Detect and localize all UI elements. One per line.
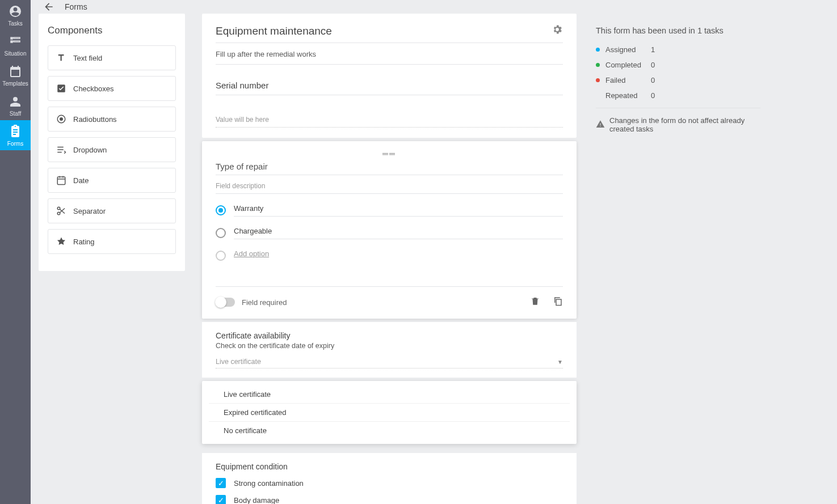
dropdown-option[interactable]: Expired certificated bbox=[209, 404, 570, 422]
cert-subtitle[interactable]: Check on the certificate date of expiry bbox=[216, 342, 563, 350]
nav-label: Tasks bbox=[8, 20, 23, 27]
component-label: Checkboxes bbox=[73, 84, 114, 93]
field-description-input[interactable]: Field description bbox=[216, 182, 563, 194]
back-button[interactable] bbox=[42, 0, 56, 14]
status-label: Repeated bbox=[605, 91, 645, 100]
checkbox-icon bbox=[56, 83, 66, 94]
nav-forms[interactable]: Forms bbox=[0, 120, 31, 150]
nav-label: Forms bbox=[7, 141, 23, 147]
nav-situation[interactable]: Situation bbox=[0, 30, 31, 60]
form-subtitle[interactable]: Fill up after the remedial works bbox=[216, 50, 563, 65]
component-separator[interactable]: Separator bbox=[48, 198, 176, 223]
checkbox-label[interactable]: Strong contamination bbox=[234, 479, 304, 488]
calendar-icon bbox=[9, 65, 22, 78]
page-title: Forms bbox=[65, 2, 87, 11]
component-date[interactable]: Date bbox=[48, 168, 176, 193]
caret-down-icon: ▼ bbox=[557, 359, 563, 365]
svg-point-4 bbox=[57, 207, 60, 210]
radio-option-label[interactable]: Chargeable bbox=[234, 227, 563, 239]
component-rating[interactable]: Rating bbox=[48, 229, 176, 254]
arrow-left-icon bbox=[43, 1, 54, 12]
components-heading: Components bbox=[48, 25, 176, 36]
status-dot-icon bbox=[596, 48, 600, 52]
nav-staff[interactable]: Staff bbox=[0, 90, 31, 120]
user-circle-icon bbox=[9, 5, 22, 18]
status-value: 0 bbox=[651, 91, 655, 100]
radio-icon bbox=[56, 114, 66, 124]
info-sidebar: This form has been used in 1 tasks Assig… bbox=[577, 14, 769, 504]
checkbox-label[interactable]: Body damage bbox=[234, 496, 279, 505]
add-option-button[interactable]: Add option bbox=[234, 249, 563, 261]
dropdown-icon bbox=[56, 145, 66, 155]
status-dot-icon bbox=[596, 63, 600, 67]
checkbox-checked[interactable]: ✓ bbox=[216, 478, 226, 488]
status-dot-icon bbox=[596, 94, 600, 98]
nav-templates[interactable]: Templates bbox=[0, 60, 31, 90]
radio-placeholder-icon bbox=[216, 251, 226, 261]
component-label: Separator bbox=[73, 207, 106, 215]
duplicate-field-button[interactable] bbox=[553, 296, 563, 308]
components-panel: Components Text field Checkboxes Radiobu… bbox=[39, 14, 185, 271]
warning-text: Changes in the form do not affect alread… bbox=[609, 116, 760, 133]
nav-tasks[interactable]: Tasks bbox=[0, 0, 31, 30]
status-dot-icon bbox=[596, 78, 600, 82]
component-label: Date bbox=[73, 176, 89, 185]
side-navigation: Tasks Situation Templates Staff Forms bbox=[0, 0, 31, 504]
status-value: 0 bbox=[651, 76, 655, 84]
equip-title[interactable]: Equipment condition bbox=[216, 462, 563, 471]
status-value: 0 bbox=[651, 61, 655, 69]
form-title[interactable]: Equipment maintenance bbox=[216, 25, 332, 37]
form-header-card: Equipment maintenance Fill up after the … bbox=[202, 14, 577, 138]
field-editor-card: ══ Type of repair Field description Warr… bbox=[202, 141, 577, 319]
delete-field-button[interactable] bbox=[530, 296, 540, 308]
component-label: Radiobuttons bbox=[73, 115, 117, 124]
certificate-field-card: Certificate availability Check on the ce… bbox=[202, 322, 577, 378]
copy-icon bbox=[553, 296, 563, 306]
dropdown-option[interactable]: Live certificate bbox=[209, 386, 570, 404]
status-value: 1 bbox=[651, 45, 655, 54]
status-label: Failed bbox=[605, 76, 645, 84]
component-checkboxes[interactable]: Checkboxes bbox=[48, 76, 176, 101]
star-icon bbox=[56, 236, 66, 247]
nav-label: Staff bbox=[10, 111, 21, 117]
field-serial-placeholder: Value will be here bbox=[216, 116, 563, 128]
component-text-field[interactable]: Text field bbox=[48, 45, 176, 70]
status-label: Completed bbox=[605, 61, 645, 69]
dropdown-option[interactable]: No certificate bbox=[209, 422, 570, 439]
text-icon bbox=[56, 53, 66, 63]
divider bbox=[596, 108, 760, 108]
scissors-icon bbox=[56, 206, 66, 216]
trash-icon bbox=[530, 296, 540, 306]
form-settings-button[interactable] bbox=[552, 24, 563, 38]
field-serial-title[interactable]: Serial number bbox=[216, 81, 563, 95]
cert-selected-value: Live certificate bbox=[216, 358, 261, 366]
required-toggle[interactable] bbox=[216, 298, 235, 307]
radio-option-label[interactable]: Warranty bbox=[234, 204, 563, 217]
required-label: Field required bbox=[242, 298, 287, 307]
info-heading: This form has been used in 1 tasks bbox=[596, 26, 760, 35]
component-dropdown[interactable]: Dropdown bbox=[48, 137, 176, 162]
svg-rect-6 bbox=[556, 299, 561, 306]
svg-point-5 bbox=[57, 212, 60, 215]
drag-handle[interactable]: ══ bbox=[216, 149, 563, 158]
field-repair-title[interactable]: Type of repair bbox=[216, 162, 563, 175]
equipment-field-card: Equipment condition ✓ Strong contaminati… bbox=[202, 453, 577, 504]
component-label: Text field bbox=[73, 54, 102, 62]
component-label: Dropdown bbox=[73, 146, 107, 154]
topbar: Forms bbox=[31, 0, 837, 14]
radio-option-unselected[interactable] bbox=[216, 228, 226, 238]
warning-icon bbox=[596, 120, 605, 130]
nav-label: Situation bbox=[5, 50, 27, 57]
nav-label: Templates bbox=[2, 81, 28, 87]
component-label: Rating bbox=[73, 238, 95, 246]
person-icon bbox=[9, 95, 22, 108]
cert-title[interactable]: Certificate availability bbox=[216, 331, 563, 340]
component-radiobuttons[interactable]: Radiobuttons bbox=[48, 107, 176, 132]
cert-select[interactable]: Live certificate ▼ bbox=[216, 358, 563, 369]
status-label: Assigned bbox=[605, 45, 645, 54]
svg-rect-3 bbox=[57, 177, 65, 185]
radio-option-selected[interactable] bbox=[216, 205, 226, 215]
svg-point-2 bbox=[60, 117, 63, 121]
checkbox-checked[interactable]: ✓ bbox=[216, 495, 226, 504]
gear-icon bbox=[552, 24, 563, 35]
